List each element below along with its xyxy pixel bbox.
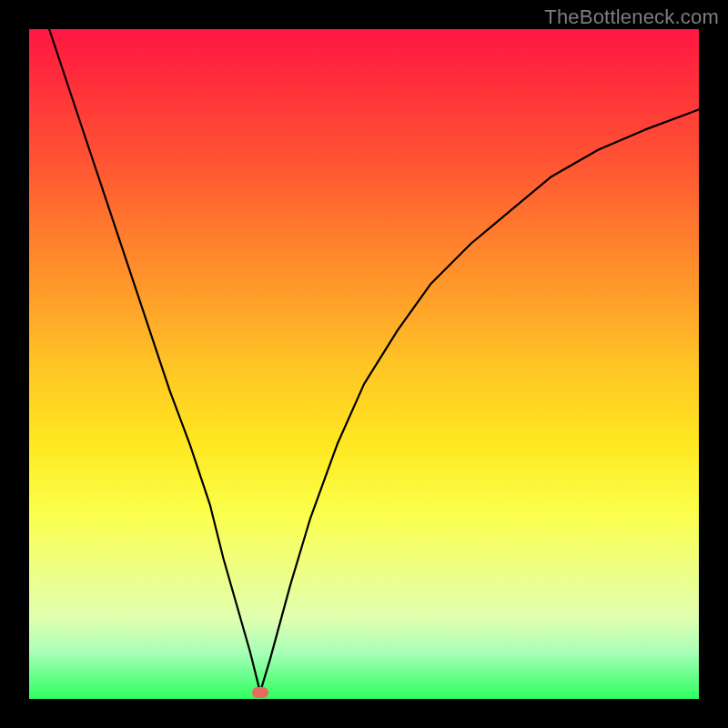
plot-area bbox=[29, 29, 699, 699]
optimal-point-marker bbox=[252, 687, 268, 698]
chart-container: TheBottleneck.com bbox=[0, 0, 728, 728]
watermark-text: TheBottleneck.com bbox=[544, 5, 719, 29]
bottleneck-curve bbox=[29, 29, 699, 699]
